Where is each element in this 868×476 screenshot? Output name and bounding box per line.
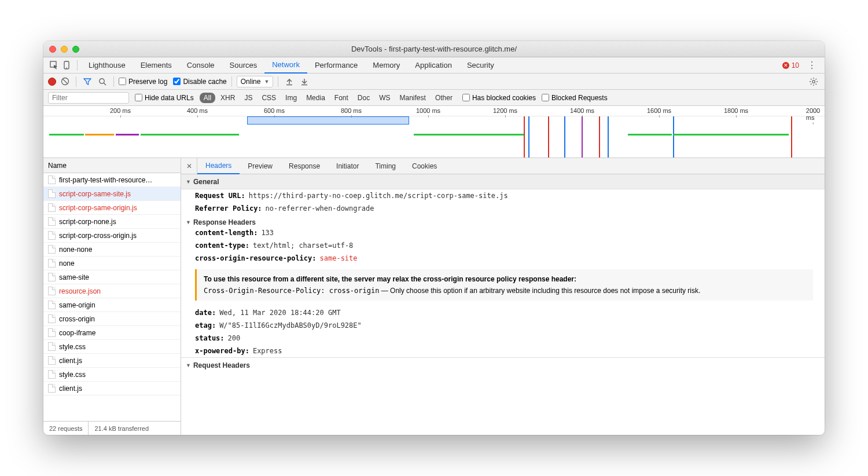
error-count-value: 10 — [792, 61, 799, 69]
type-filter-font[interactable]: Font — [330, 93, 352, 103]
request-row[interactable]: style.css — [43, 340, 181, 354]
header-row: cross-origin-resource-policy:same-site — [181, 252, 825, 265]
error-count-badge[interactable]: ✕ 10 — [782, 61, 799, 69]
request-url-row: Request URL: https://third-party-no-coep… — [181, 189, 825, 202]
type-filter-img[interactable]: Img — [281, 93, 301, 103]
request-name: script-corp-none.js — [59, 218, 116, 226]
type-filter-ws[interactable]: WS — [375, 93, 394, 103]
request-name: script-corp-same-site.js — [59, 190, 131, 198]
general-section-header[interactable]: ▼ General — [181, 174, 825, 189]
header-row: x-powered-by:Express — [181, 345, 825, 357]
main-tab-application[interactable]: Application — [407, 57, 459, 74]
type-filter-media[interactable]: Media — [302, 93, 329, 103]
timeline-tick: 1600 ms — [647, 107, 671, 114]
main-tab-sources[interactable]: Sources — [222, 57, 265, 74]
main-tab-security[interactable]: Security — [459, 57, 502, 74]
request-row[interactable]: script-corp-none.js — [43, 215, 181, 229]
main-tab-network[interactable]: Network — [264, 57, 307, 74]
header-row: status:200 — [181, 332, 825, 345]
file-icon — [48, 287, 56, 295]
device-toggle-icon[interactable] — [61, 59, 73, 72]
main-tab-memory[interactable]: Memory — [365, 57, 407, 74]
request-headers-section-header[interactable]: ▼ Request Headers — [181, 357, 825, 369]
details-tab-cookies[interactable]: Cookies — [404, 158, 445, 174]
header-key: cross-origin-resource-policy: — [195, 254, 317, 262]
filter-input[interactable] — [48, 92, 129, 104]
request-row[interactable]: first-party-test-with-resource… — [43, 173, 181, 187]
timeline-tick: 1800 ms — [724, 107, 748, 114]
svg-line-4 — [62, 79, 67, 83]
file-icon — [48, 301, 56, 309]
disclosure-triangle-icon: ▼ — [186, 179, 191, 185]
request-row[interactable]: resource.json — [43, 284, 181, 298]
header-value: Wed, 11 Mar 2020 18:44:20 GMT — [219, 309, 341, 317]
disable-cache-checkbox[interactable]: Disable cache — [173, 78, 226, 86]
settings-gear-icon[interactable] — [807, 75, 820, 88]
disclosure-triangle-icon: ▼ — [186, 219, 191, 225]
request-name: none — [59, 259, 75, 268]
request-row[interactable]: none — [43, 257, 181, 270]
request-list-header[interactable]: Name — [43, 158, 181, 173]
request-row[interactable]: script-corp-same-site.js — [43, 187, 181, 201]
has-blocked-cookies-checkbox[interactable]: Has blocked cookies — [462, 94, 536, 102]
hide-data-urls-checkbox[interactable]: Hide data URLs — [135, 94, 194, 102]
request-name: same-site — [59, 273, 89, 281]
type-filter-other[interactable]: Other — [431, 93, 457, 103]
file-icon — [48, 370, 56, 379]
file-icon — [48, 189, 56, 198]
details-pane: ✕ HeadersPreviewResponseInitiatorTimingC… — [181, 158, 825, 435]
more-menu-icon[interactable]: ⋮ — [804, 60, 820, 71]
details-tab-headers[interactable]: Headers — [197, 158, 240, 174]
clear-icon[interactable] — [58, 75, 71, 88]
content-area: Name first-party-test-with-resource…scri… — [43, 158, 825, 435]
type-filter-css[interactable]: CSS — [258, 93, 280, 103]
request-row[interactable]: script-corp-cross-origin.js — [43, 229, 181, 243]
file-icon — [48, 231, 56, 240]
network-toolbar: Preserve log Disable cache Online ▼ — [43, 74, 825, 90]
timeline-tick: 1200 ms — [493, 107, 517, 114]
info-desc: — Only choose this option if an arbitrar… — [379, 287, 700, 295]
header-key: etag: — [195, 321, 216, 329]
request-row[interactable]: same-origin — [43, 298, 181, 312]
request-row[interactable]: same-site — [43, 270, 181, 284]
request-row[interactable]: client.js — [43, 382, 181, 396]
request-row[interactable]: cross-origin — [43, 312, 181, 326]
corp-info-box: To use this resource from a different si… — [195, 269, 813, 301]
type-filter-xhr[interactable]: XHR — [216, 93, 239, 103]
type-filter-js[interactable]: JS — [240, 93, 256, 103]
status-footer: 22 requests 21.4 kB transferred — [43, 421, 181, 435]
response-headers-section-header[interactable]: ▼ Response Headers — [181, 215, 825, 226]
header-key: content-length: — [195, 229, 258, 237]
main-tab-lighthouse[interactable]: Lighthouse — [81, 57, 133, 74]
blocked-requests-checkbox[interactable]: Blocked Requests — [542, 94, 608, 102]
main-tab-performance[interactable]: Performance — [307, 57, 365, 74]
preserve-log-checkbox[interactable]: Preserve log — [119, 78, 167, 86]
search-icon[interactable] — [96, 75, 109, 88]
chevron-down-icon: ▼ — [264, 79, 269, 85]
timeline-overview[interactable]: 200 ms400 ms600 ms800 ms1000 ms1200 ms14… — [43, 106, 825, 158]
type-filter-all[interactable]: All — [200, 93, 215, 103]
upload-icon[interactable] — [283, 75, 296, 88]
download-icon[interactable] — [298, 75, 311, 88]
main-tab-elements[interactable]: Elements — [133, 57, 179, 74]
inspect-element-icon[interactable] — [48, 59, 61, 72]
header-row: date:Wed, 11 Mar 2020 18:44:20 GMT — [181, 306, 825, 319]
filter-icon[interactable] — [81, 75, 94, 88]
request-row[interactable]: client.js — [43, 354, 181, 368]
details-tab-timing[interactable]: Timing — [367, 158, 404, 174]
request-name: resource.json — [59, 287, 101, 295]
request-row[interactable]: coop-iframe — [43, 326, 181, 340]
main-tab-console[interactable]: Console — [179, 57, 222, 74]
throttling-select[interactable]: Online ▼ — [237, 76, 274, 87]
details-tab-preview[interactable]: Preview — [240, 158, 281, 174]
details-tab-initiator[interactable]: Initiator — [328, 158, 367, 174]
record-button[interactable] — [48, 78, 56, 86]
request-row[interactable]: script-corp-same-origin.js — [43, 201, 181, 215]
type-filter-manifest[interactable]: Manifest — [396, 93, 430, 103]
request-row[interactable]: none-none — [43, 243, 181, 257]
request-row[interactable]: style.css — [43, 368, 181, 382]
type-filter-doc[interactable]: Doc — [354, 93, 374, 103]
details-tab-response[interactable]: Response — [281, 158, 328, 174]
request-name: style.css — [59, 343, 86, 351]
close-details-icon[interactable]: ✕ — [181, 158, 197, 174]
